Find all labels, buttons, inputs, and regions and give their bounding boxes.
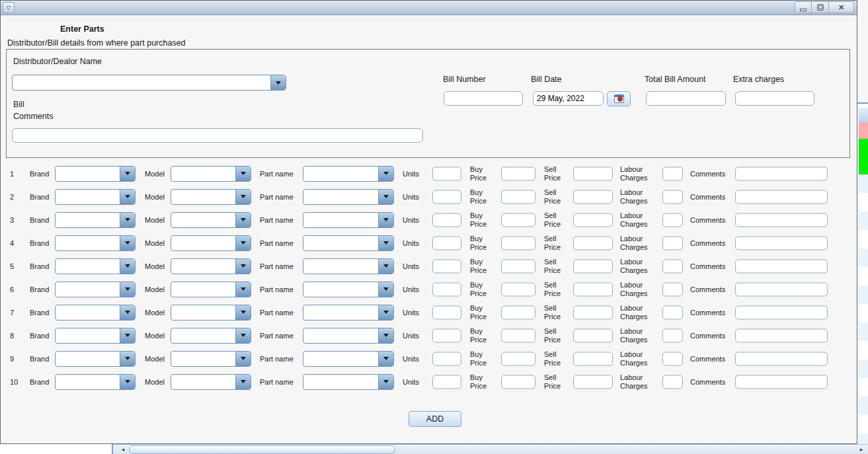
labour-charges-input[interactable] bbox=[662, 167, 683, 180]
close-button[interactable]: ✕ bbox=[829, 1, 854, 13]
part-name-dropdown[interactable] bbox=[303, 258, 394, 274]
buy-price-input[interactable] bbox=[501, 282, 535, 296]
brand-dropdown[interactable] bbox=[55, 212, 136, 228]
sell-price-input[interactable] bbox=[573, 375, 613, 389]
minimize-button[interactable] bbox=[795, 1, 812, 13]
units-input[interactable] bbox=[432, 282, 461, 296]
total-bill-amount-input[interactable] bbox=[646, 91, 726, 106]
model-dropdown[interactable] bbox=[171, 189, 251, 205]
sell-price-input[interactable] bbox=[573, 259, 613, 273]
comments-input[interactable] bbox=[735, 259, 828, 273]
scroll-left-icon[interactable]: ◂ bbox=[118, 446, 128, 453]
model-dropdown[interactable] bbox=[171, 282, 251, 297]
brand-dropdown[interactable] bbox=[55, 189, 136, 205]
model-dropdown[interactable] bbox=[171, 374, 251, 390]
part-name-dropdown[interactable] bbox=[303, 166, 394, 182]
buy-price-input[interactable] bbox=[501, 167, 535, 180]
buy-price-input[interactable] bbox=[501, 259, 535, 273]
units-input[interactable] bbox=[432, 190, 461, 204]
brand-dropdown[interactable] bbox=[55, 328, 136, 344]
units-input[interactable] bbox=[432, 375, 461, 389]
comments-input[interactable] bbox=[735, 352, 828, 365]
labour-charges-input[interactable] bbox=[662, 213, 683, 227]
brand-dropdown[interactable] bbox=[55, 258, 136, 274]
labour-charges-input[interactable] bbox=[662, 282, 683, 296]
comments-input[interactable] bbox=[735, 167, 828, 180]
sell-price-input[interactable] bbox=[573, 167, 613, 180]
brand-dropdown[interactable] bbox=[55, 166, 136, 182]
model-dropdown[interactable] bbox=[171, 235, 251, 251]
sell-price-input[interactable] bbox=[573, 236, 613, 250]
calendar-picker-button[interactable] bbox=[607, 91, 631, 106]
units-input[interactable] bbox=[432, 328, 461, 342]
sell-price-input[interactable] bbox=[573, 352, 613, 365]
bill-comments-input[interactable] bbox=[12, 128, 423, 143]
part-name-dropdown[interactable] bbox=[303, 235, 394, 251]
distributor-name-dropdown[interactable] bbox=[12, 75, 286, 91]
maximize-button[interactable] bbox=[812, 1, 829, 13]
horizontal-scrollbar[interactable]: ◂ ▸ bbox=[113, 444, 868, 454]
part-name-dropdown[interactable] bbox=[303, 328, 394, 344]
extra-charges-input[interactable] bbox=[735, 91, 814, 106]
comments-input[interactable] bbox=[735, 236, 828, 250]
part-name-dropdown[interactable] bbox=[303, 374, 394, 390]
labour-charges-input[interactable] bbox=[662, 236, 683, 250]
comments-input[interactable] bbox=[735, 305, 828, 319]
part-name-dropdown[interactable] bbox=[303, 212, 394, 228]
units-input[interactable] bbox=[432, 213, 461, 227]
labour-charges-input[interactable] bbox=[662, 352, 683, 365]
comments-input[interactable] bbox=[735, 375, 828, 389]
buy-price-input[interactable] bbox=[501, 213, 535, 227]
row-number: 1 bbox=[10, 170, 14, 178]
comments-input[interactable] bbox=[735, 282, 828, 296]
part-name-dropdown[interactable] bbox=[303, 305, 394, 321]
window-menu-icon[interactable]: ▽ bbox=[3, 2, 15, 13]
buy-price-input[interactable] bbox=[501, 190, 535, 204]
model-dropdown[interactable] bbox=[171, 258, 251, 274]
sell-price-input[interactable] bbox=[573, 190, 613, 204]
brand-dropdown[interactable] bbox=[55, 351, 136, 367]
buy-price-input[interactable] bbox=[501, 236, 535, 250]
comments-input[interactable] bbox=[735, 328, 828, 342]
sell-price-input[interactable] bbox=[573, 282, 613, 296]
brand-dropdown[interactable] bbox=[55, 374, 136, 390]
comments-input[interactable] bbox=[735, 213, 828, 227]
brand-dropdown[interactable] bbox=[55, 235, 136, 251]
add-button[interactable]: ADD bbox=[409, 411, 461, 427]
units-input[interactable] bbox=[432, 259, 461, 273]
labour-charges-input[interactable] bbox=[662, 375, 683, 389]
model-dropdown[interactable] bbox=[171, 166, 251, 182]
scroll-right-icon[interactable]: ▸ bbox=[857, 446, 866, 453]
labour-charges-input[interactable] bbox=[662, 190, 683, 204]
model-dropdown[interactable] bbox=[171, 351, 251, 367]
row-number: 9 bbox=[10, 355, 14, 363]
sell-price-input[interactable] bbox=[573, 328, 613, 342]
buy-price-input[interactable] bbox=[501, 352, 535, 365]
labour-charges-input[interactable] bbox=[662, 305, 683, 319]
chevron-down-icon bbox=[378, 352, 393, 366]
units-input[interactable] bbox=[432, 305, 461, 319]
buy-price-input[interactable] bbox=[501, 375, 535, 389]
part-name-dropdown[interactable] bbox=[303, 282, 394, 297]
sell-price-input[interactable] bbox=[573, 213, 613, 227]
units-input[interactable] bbox=[432, 352, 461, 365]
brand-dropdown[interactable] bbox=[55, 282, 136, 297]
model-dropdown[interactable] bbox=[171, 305, 251, 321]
buy-price-input[interactable] bbox=[501, 328, 535, 342]
model-dropdown[interactable] bbox=[171, 328, 251, 344]
bill-date-input[interactable] bbox=[533, 91, 604, 106]
brand-dropdown[interactable] bbox=[55, 305, 136, 321]
sell-price-input[interactable] bbox=[573, 305, 613, 319]
labour-charges-input[interactable] bbox=[662, 259, 683, 273]
labour-charges-input[interactable] bbox=[662, 328, 683, 342]
part-name-dropdown[interactable] bbox=[303, 189, 394, 205]
horizontal-scrollbar-thumb[interactable] bbox=[129, 445, 395, 454]
part-name-dropdown[interactable] bbox=[303, 351, 394, 367]
buy-price-input[interactable] bbox=[501, 305, 535, 319]
units-input[interactable] bbox=[432, 236, 461, 250]
units-input[interactable] bbox=[432, 167, 461, 180]
model-dropdown[interactable] bbox=[171, 212, 251, 228]
window-titlebar[interactable]: ▽ ✕ bbox=[1, 1, 857, 15]
comments-input[interactable] bbox=[735, 190, 828, 204]
bill-number-input[interactable] bbox=[444, 91, 523, 106]
